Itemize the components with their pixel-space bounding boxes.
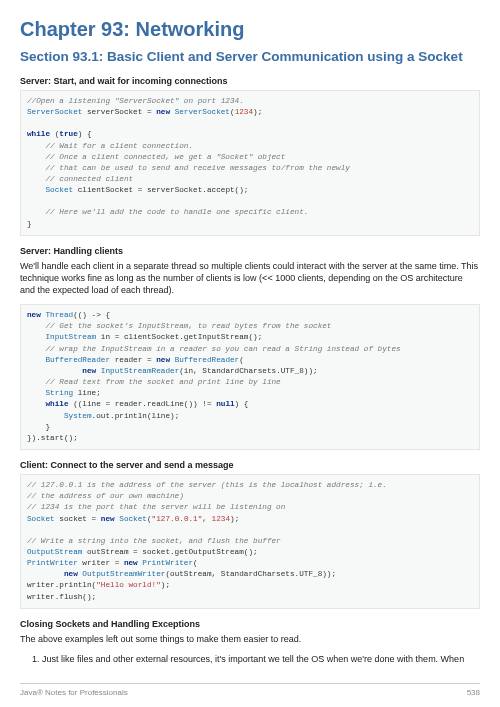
code-comment: // Wait for a client connection. [27, 142, 193, 150]
code-keyword: new [124, 559, 138, 567]
paragraph-closing: The above examples left out some things … [20, 633, 480, 645]
code-comment: // the address of our own machine) [27, 492, 184, 500]
code-text: ); [253, 108, 262, 116]
code-keyword: new [82, 367, 96, 375]
chapter-title: Chapter 93: Networking [20, 18, 480, 41]
code-text: in = clientSocket.getInputStream(); [96, 333, 262, 341]
code-text [27, 400, 45, 408]
code-text: }).start(); [27, 434, 78, 442]
code-text: reader = [110, 356, 156, 364]
code-comment: // Once a client connected, we get a "So… [27, 153, 285, 161]
code-keyword: new [27, 311, 41, 319]
code-string: "Hello world!" [96, 581, 161, 589]
code-comment: // 1234 is the port that the server will… [27, 503, 285, 511]
code-text: ); [161, 581, 170, 589]
code-string: "127.0.0.1" [152, 515, 203, 523]
code-text [27, 186, 45, 194]
code-type: Socket [115, 515, 147, 523]
code-keyword: while [45, 400, 68, 408]
code-comment: // Read text from the socket and print l… [27, 378, 281, 386]
code-keyword: true [59, 130, 77, 138]
code-text: } [27, 220, 32, 228]
subhead-server-start: Server: Start, and wait for incoming con… [20, 76, 480, 86]
code-text: (() -> { [73, 311, 110, 319]
code-block-2: new Thread(() -> { // Get the socket's I… [20, 304, 480, 450]
code-text: .out.println(line); [92, 412, 180, 420]
code-block-1: //Open a listening "ServerSocket" on por… [20, 90, 480, 236]
code-text: (outStream, StandardCharsets.UTF_8)); [165, 570, 336, 578]
footer-page-number: 538 [467, 688, 480, 697]
code-number: 1234 [235, 108, 253, 116]
code-keyword: new [156, 108, 170, 116]
code-type: InputStream [45, 333, 96, 341]
code-comment: // Write a string into the socket, and f… [27, 537, 281, 545]
code-type: String [45, 389, 73, 397]
code-keyword: null [216, 400, 234, 408]
code-text [27, 367, 82, 375]
code-number: 1234 [212, 515, 230, 523]
code-comment: // Here we'll add the code to handle one… [27, 208, 308, 216]
code-keyword: new [156, 356, 170, 364]
paragraph-handling-clients: We'll handle each client in a separate t… [20, 260, 480, 296]
code-text: ) { [78, 130, 92, 138]
code-type: InputStreamReader [96, 367, 179, 375]
subhead-handling-clients: Server: Handling clients [20, 246, 480, 256]
code-type: PrintWriter [27, 559, 78, 567]
code-text [27, 570, 64, 578]
code-text: ((line = reader.readLine()) != [69, 400, 217, 408]
code-type: OutputStream [27, 548, 82, 556]
footer-title: Java® Notes for Professionals [20, 688, 128, 697]
code-type: ServerSocket [27, 108, 82, 116]
code-text [27, 333, 45, 341]
code-text: serverSocket = [82, 108, 156, 116]
code-comment: //Open a listening "ServerSocket" on por… [27, 97, 244, 105]
code-type: ServerSocket [170, 108, 230, 116]
code-text: socket = [55, 515, 101, 523]
code-comment: // connected client [27, 175, 133, 183]
code-text: } [27, 423, 50, 431]
section-title: Section 93.1: Basic Client and Server Co… [20, 49, 480, 66]
code-text: (in, StandardCharsets.UTF_8)); [179, 367, 317, 375]
subhead-closing-sockets: Closing Sockets and Handling Exceptions [20, 619, 480, 629]
code-type: System [64, 412, 92, 420]
list-item: Just like files and other external resou… [42, 653, 480, 665]
code-type: BufferedReader [45, 356, 110, 364]
code-text: writer = [78, 559, 124, 567]
code-type: Socket [45, 186, 73, 194]
code-comment: // that can be used to send and receive … [27, 164, 350, 172]
code-text: ( [50, 130, 59, 138]
code-keyword: new [101, 515, 115, 523]
code-text: writer.println( [27, 581, 96, 589]
code-text: clientSocket = serverSocket.accept(); [73, 186, 248, 194]
subhead-client-connect: Client: Connect to the server and send a… [20, 460, 480, 470]
code-text: line; [73, 389, 101, 397]
code-text: , [202, 515, 211, 523]
code-comment: // 127.0.0.1 is the address of the serve… [27, 481, 387, 489]
code-keyword: while [27, 130, 50, 138]
code-keyword: new [64, 570, 78, 578]
code-type: BufferedReader [170, 356, 239, 364]
code-block-3: // 127.0.0.1 is the address of the serve… [20, 474, 480, 609]
code-text: ( [239, 356, 244, 364]
code-comment: // Get the socket's InputStream, to read… [27, 322, 331, 330]
code-text: ); [230, 515, 239, 523]
code-text: outStream = socket.getOutputStream(); [82, 548, 257, 556]
code-type: Thread [41, 311, 73, 319]
code-comment: // wrap the InputStream in a reader so y… [27, 345, 401, 353]
code-type: Socket [27, 515, 55, 523]
code-type: OutputStreamWriter [78, 570, 166, 578]
code-text: ) { [235, 400, 249, 408]
page-footer: Java® Notes for Professionals 538 [20, 683, 480, 697]
numbered-list: Just like files and other external resou… [20, 653, 480, 665]
code-type: PrintWriter [138, 559, 193, 567]
code-text [27, 356, 45, 364]
code-text [27, 412, 64, 420]
code-text [27, 389, 45, 397]
code-text: ( [193, 559, 198, 567]
code-text: writer.flush(); [27, 593, 96, 601]
